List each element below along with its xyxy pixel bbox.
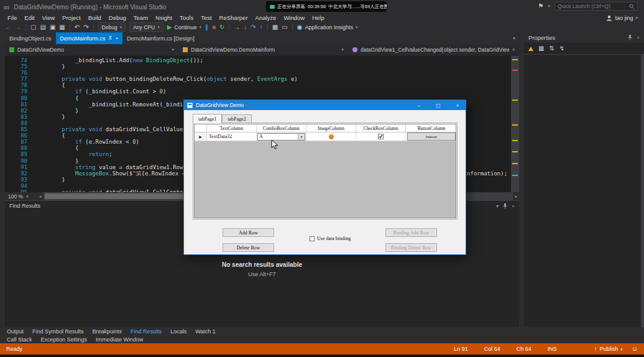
column-header-textcolumn[interactable]: TextColumn (207, 124, 257, 132)
datagridview[interactable]: TextColumnComboBoxColumnImageColumnCheck… (194, 124, 456, 218)
column-header-imagecolumn[interactable]: ImageColumn (306, 124, 356, 132)
menu-edit[interactable]: Edit (21, 14, 38, 21)
menu-resharper[interactable]: ReSharper (216, 14, 252, 21)
pin-tab-icon[interactable]: ⊼ (109, 36, 113, 41)
publish-button[interactable]: ↑ Publish ▴ (594, 346, 623, 352)
menu-tools[interactable]: Tools (176, 14, 197, 21)
platform-dropdown[interactable]: Any CPU ▾ (129, 22, 163, 32)
panel-tab-locals[interactable]: Locals (166, 328, 191, 335)
continue-button[interactable]: ▶ Continue ▾ (167, 24, 201, 30)
undo-icon[interactable]: ↶ (75, 24, 80, 30)
row-header[interactable]: ▶ (195, 132, 207, 141)
maximize-button[interactable]: ▢ (430, 100, 446, 110)
menu-file[interactable]: File (4, 14, 21, 21)
use-data-binding-checkbox[interactable]: Use data binding (310, 236, 351, 241)
panel-tab-find-results[interactable]: Find Results (126, 328, 166, 335)
menu-test[interactable]: Test (197, 14, 215, 21)
scroll-left-icon[interactable]: ◂ (37, 194, 44, 199)
panel-tab-call-stack[interactable]: Call Stack (2, 336, 37, 343)
toolbar-separator (292, 24, 293, 30)
minimize-button[interactable]: – (411, 100, 427, 110)
tab-page1[interactable]: tabPage1 (193, 114, 222, 123)
menu-analyze[interactable]: Analyze (252, 14, 280, 21)
find-in-files-icon[interactable]: ▭ (282, 24, 287, 30)
screen-share-banner: 正在分享屏幕 00:39:56 中北大学与…...等69人正在围观 (266, 1, 387, 12)
combobox-dropdown-icon[interactable]: ▾ (298, 134, 305, 140)
close-panel-icon[interactable]: × (637, 35, 640, 40)
editor-scrollbar[interactable] (511, 56, 519, 192)
tab-demomainform-cs[interactable]: DemoMainform.cs ⊼ × (56, 32, 123, 44)
step-out-icon[interactable]: ↑ (260, 24, 263, 30)
user-account[interactable]: tao jing ▾ (606, 15, 638, 21)
pause-icon[interactable]: ∥ (205, 24, 208, 30)
menu-help[interactable]: Help (308, 14, 328, 21)
notifications-flag-icon[interactable]: ⚑ (538, 3, 544, 9)
project-dropdown[interactable]: DataGridViewDemo ▾ (5, 44, 178, 55)
pin-icon[interactable] (503, 203, 507, 209)
binding-add-row-button[interactable]: Binding Add Row (385, 228, 437, 237)
menu-debug[interactable]: Debug (105, 14, 130, 21)
new-file-icon[interactable]: ▢ (30, 24, 36, 30)
button-cell[interactable]: button (406, 132, 456, 141)
menu-window[interactable]: Window (280, 14, 308, 21)
show-next-statement-icon[interactable]: → (234, 24, 240, 30)
quick-launch-search[interactable]: Quick Launch (Ctrl+Q) (554, 2, 638, 11)
close-tab-icon[interactable]: × (115, 36, 118, 41)
tab-bindingobject-cs[interactable]: BindingObject.cs (5, 32, 56, 44)
image-cell[interactable] (306, 132, 356, 141)
categorized-icon[interactable]: ▦ (538, 45, 544, 52)
navigate-back-icon[interactable]: ← (5, 24, 11, 30)
menu-team[interactable]: Team (130, 14, 152, 21)
alphabetical-sort-icon[interactable]: ⇅ (549, 45, 554, 52)
save-icon[interactable]: ▣ (50, 24, 55, 30)
pin-icon[interactable] (628, 35, 632, 40)
application-insights-button[interactable]: ◉ Application Insights ▾ (297, 24, 358, 30)
type-dropdown[interactable]: DataGridViewDemo.DemoMainform ▾ (178, 44, 348, 55)
column-header-comboboxcolumn[interactable]: ComboBoxColumn (257, 124, 306, 132)
window-position-icon[interactable]: ▾ (496, 203, 499, 209)
binding-delete-row-button[interactable]: Binding Delete Row (385, 243, 437, 252)
panel-tab-output[interactable]: Output (2, 328, 28, 335)
stop-debugging-icon[interactable]: ■ (212, 24, 216, 30)
column-header-buttoncolumn[interactable]: ButtonColumn (406, 124, 456, 132)
tab-page2[interactable]: tabPage2 (222, 114, 251, 123)
redo-icon[interactable]: ↷ (83, 24, 88, 30)
step-into-icon[interactable]: ↓ (244, 24, 247, 30)
panel-tab-exception-settings[interactable]: Exception Settings (37, 336, 92, 343)
tab-demomainform-design[interactable]: DemoMainform.cs [Design] (122, 32, 199, 44)
restart-icon[interactable]: ↻ (219, 24, 224, 30)
properties-scrollbar[interactable] (641, 55, 644, 327)
solution-explorer-sync-icon[interactable]: ▩ (272, 24, 278, 30)
panel-tab-immediate-window[interactable]: Immediate Window (91, 336, 148, 343)
close-button[interactable]: × (449, 100, 466, 110)
panel-tab-find-symbol-results[interactable]: Find Symbol Results (28, 328, 88, 335)
save-all-icon[interactable]: ▦ (59, 24, 65, 30)
cell-button[interactable]: button (407, 132, 456, 141)
step-over-icon[interactable]: ↷ (251, 24, 255, 30)
active-files-chevron-icon[interactable]: ▾ (513, 35, 515, 41)
delete-row-button[interactable]: Delete Row (223, 243, 274, 252)
navigate-forward-icon[interactable]: → (15, 24, 21, 30)
text-cell[interactable]: TextData32 (207, 132, 257, 141)
scroll-right-icon[interactable]: ▸ (513, 194, 519, 199)
menu-nsight[interactable]: Nsight (152, 14, 176, 21)
menu-project[interactable]: Project (58, 14, 85, 21)
datagridview-demo-window[interactable]: DataGridView Demo – ▢ × tabPage1 tabPage… (183, 100, 466, 255)
panel-tab-breakpoints[interactable]: Breakpoints (88, 328, 127, 335)
dialog-title-bar[interactable]: DataGridView Demo – ▢ × (184, 100, 466, 110)
panel-tab-watch-1[interactable]: Watch 1 (191, 328, 220, 335)
configuration-dropdown[interactable]: Debug ▾ (98, 22, 126, 32)
column-header-checkboxcolumn[interactable]: CheckBoxColumn (356, 124, 406, 132)
zoom-control[interactable]: 100 % ▾ (5, 193, 37, 200)
menu-view[interactable]: View (39, 14, 58, 21)
menu-build[interactable]: Build (85, 14, 105, 21)
events-icon[interactable]: ↯ (559, 45, 564, 52)
feedback-icon[interactable]: ☺ (632, 346, 638, 352)
close-panel-icon[interactable]: × (512, 203, 515, 209)
member-dropdown[interactable]: dataGridView1_CellValueChanged(object se… (348, 44, 519, 55)
grid-corner-header[interactable] (195, 124, 207, 132)
combobox-cell[interactable]: A ▾ (257, 132, 306, 141)
add-row-button[interactable]: Add Row (223, 228, 274, 237)
open-file-icon[interactable]: ▤ (40, 24, 45, 30)
checkbox-cell[interactable] (356, 132, 406, 141)
